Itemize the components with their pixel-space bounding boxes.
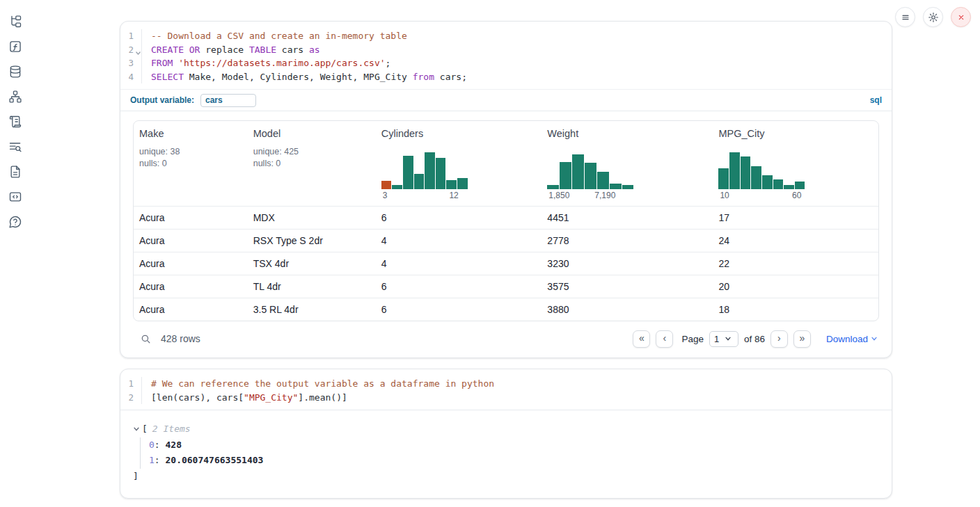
sidebar-item-snippets[interactable]	[8, 190, 23, 204]
histogram-bar	[414, 174, 425, 189]
table-cell: TL 4dr	[248, 281, 376, 292]
table-cell: 17	[713, 212, 878, 223]
code-line: SELECT Make, Model, Cylinders, Weight, M…	[142, 70, 467, 84]
gear-icon	[928, 12, 939, 23]
tree-entry-key: 1	[149, 455, 155, 465]
sidebar-item-logs[interactable]	[8, 140, 23, 154]
table-row[interactable]: Acura3.5 RL 4dr6388018	[134, 298, 878, 321]
line-number: 2	[120, 43, 142, 57]
sidebar-item-document[interactable]	[8, 165, 23, 179]
data-table: Makeunique: 38nulls: 0Modelunique: 425nu…	[133, 120, 879, 321]
page-select[interactable]: 1	[709, 331, 738, 347]
table-cell: TSX 4dr	[248, 258, 376, 269]
close-icon	[956, 12, 967, 23]
histogram-bar	[392, 185, 402, 189]
python-cell: 1# We can reference the output variable …	[120, 369, 892, 499]
prev-page-button[interactable]: ‹	[656, 330, 673, 348]
python-editor[interactable]: 1# We can reference the output variable …	[120, 369, 892, 410]
sidebar-item-file-tree[interactable]	[8, 15, 23, 29]
line-number: 3	[120, 56, 142, 70]
histogram-max-label: 60	[792, 191, 801, 200]
search-icon[interactable]	[140, 333, 152, 345]
logs-icon	[8, 140, 22, 154]
histogram-max-label: 12	[449, 191, 458, 200]
sql-editor[interactable]: 1-- Download a CSV and create an in-memo…	[120, 22, 892, 89]
column-title: Make	[139, 128, 242, 139]
histogram-bar	[762, 175, 773, 189]
sidebar-item-help[interactable]	[8, 215, 23, 229]
tree-entry-value: 20.060747663551403	[165, 455, 263, 465]
notebook: 1-- Download a CSV and create an in-memo…	[120, 21, 892, 499]
table-cell: Acura	[134, 304, 248, 315]
histogram-bar	[381, 181, 392, 189]
column-title: Model	[253, 128, 370, 139]
menu-button[interactable]	[895, 7, 915, 27]
table-cell: 2778	[542, 235, 713, 246]
column-header-model[interactable]: Modelunique: 425nulls: 0	[248, 121, 376, 206]
language-badge: sql	[870, 95, 882, 105]
column-stat: nulls: 0	[253, 158, 370, 170]
scroll-icon	[8, 115, 22, 129]
table-cell: 3880	[542, 304, 713, 315]
tree-entries: 0: 4281: 20.060747663551403	[140, 437, 879, 469]
tree-entry-value: 428	[165, 440, 181, 450]
code-line: CREATE OR replace TABLE cars as	[142, 43, 320, 57]
code-line: FROM 'https://datasets.marimo.app/cars.c…	[142, 56, 390, 70]
line-number: 1	[120, 377, 142, 391]
python-output: [ 2 Items 0: 4281: 20.060747663551403 ]	[120, 410, 892, 498]
histogram-bar	[597, 172, 609, 189]
histogram-bar	[784, 185, 794, 189]
table-cell: 4	[376, 235, 542, 246]
document-icon	[8, 165, 22, 179]
snippets-icon	[8, 190, 22, 204]
sidebar-item-scroll[interactable]	[8, 115, 23, 129]
histogram-bar	[622, 185, 634, 189]
table-row[interactable]: AcuraTL 4dr6357520	[134, 275, 878, 298]
first-page-button[interactable]: «	[633, 330, 650, 348]
column-header-mpg_city[interactable]: MPG_City1060	[713, 121, 878, 206]
column-title: Cylinders	[381, 128, 537, 139]
column-stat: nulls: 0	[139, 158, 242, 170]
column-header-weight[interactable]: Weight1,8507,190	[542, 121, 713, 206]
histogram-min-label: 1,850	[548, 191, 569, 200]
table-row[interactable]: AcuraRSX Type S 2dr4277824	[134, 229, 878, 252]
last-page-button[interactable]: »	[793, 330, 811, 348]
table-row[interactable]: AcuraMDX6445117	[134, 206, 878, 229]
histogram-bar	[403, 156, 413, 189]
download-button[interactable]: Download	[826, 334, 878, 344]
tree-items-count: 2 Items	[152, 421, 191, 437]
settings-button[interactable]	[923, 7, 943, 27]
page-total: of 86	[744, 334, 765, 344]
output-variable-input[interactable]	[200, 94, 256, 107]
histogram-bar	[547, 185, 559, 189]
histogram-bar	[610, 184, 622, 189]
table-cell: Acura	[134, 281, 248, 292]
table-cell: 3.5 RL 4dr	[248, 304, 376, 315]
histogram-bar	[729, 152, 740, 189]
histogram-bar	[572, 154, 584, 189]
histogram-bar	[560, 162, 571, 189]
sidebar-item-dependency-graph[interactable]	[8, 90, 23, 104]
column-header-make[interactable]: Makeunique: 38nulls: 0	[134, 121, 248, 206]
column-header-cylinders[interactable]: Cylinders312	[376, 121, 542, 206]
table-cell: 6	[376, 212, 542, 223]
histogram-min-label: 3	[383, 191, 388, 200]
sidebar-item-database[interactable]	[8, 65, 23, 79]
table-cell: 6	[376, 304, 542, 315]
tree-open-bracket: [	[142, 421, 148, 437]
tree-entry: 0: 428	[149, 437, 879, 453]
tree-close-bracket: ]	[133, 469, 879, 485]
next-page-button[interactable]: ›	[770, 330, 788, 348]
histogram-bar	[457, 178, 468, 189]
table-row[interactable]: AcuraTSX 4dr4323022	[134, 252, 878, 275]
sidebar-item-function[interactable]	[8, 40, 23, 54]
histogram-bar	[446, 180, 457, 189]
line-number: 2	[120, 391, 142, 405]
file-tree-icon	[8, 15, 22, 29]
sql-cell: 1-- Download a CSV and create an in-memo…	[120, 21, 892, 358]
sidebar	[0, 0, 31, 507]
code-line: -- Download a CSV and create an in-memor…	[142, 29, 407, 43]
shutdown-button[interactable]	[951, 7, 971, 27]
download-label: Download	[826, 334, 868, 344]
collapse-icon[interactable]	[133, 426, 140, 433]
